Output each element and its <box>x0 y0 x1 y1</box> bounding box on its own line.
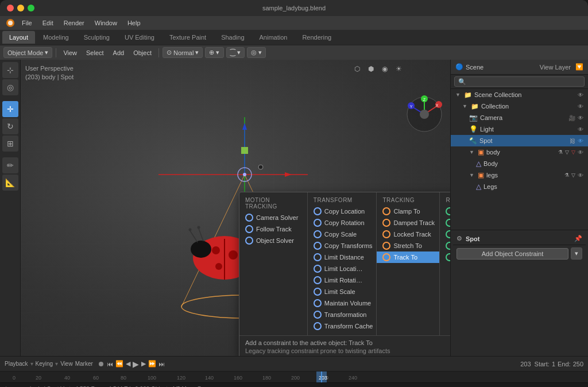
outliner-camera[interactable]: 📷 Camera 🎥 👁 <box>451 112 588 123</box>
outliner-spot[interactable]: 🔦 Spot ⛓ 👁 <box>451 135 588 146</box>
menu-item-object-solver[interactable]: Object Solver <box>239 235 307 246</box>
spot-eye-icon[interactable]: 👁 <box>578 138 583 144</box>
menu-item-copy-scale[interactable]: Copy Scale <box>308 229 377 240</box>
camera-render-icon[interactable]: 🎥 <box>568 115 575 121</box>
tab-uv-editing[interactable]: UV Editing <box>118 31 161 44</box>
measure-tool[interactable]: 📐 <box>2 175 18 191</box>
tab-animation[interactable]: Animation <box>253 31 295 44</box>
tab-texture-paint[interactable]: Texture Paint <box>163 31 213 44</box>
menu-item-follow-path[interactable]: Follow Path <box>440 251 450 263</box>
prev-frame-btn[interactable]: ⏪ <box>115 360 123 367</box>
viewport-shading-solid[interactable]: ⬢ <box>365 63 377 75</box>
start-value[interactable]: 1 <box>552 361 555 367</box>
menu-item-follow-track[interactable]: Follow Track <box>239 223 307 235</box>
scale-tool[interactable]: ⊞ <box>2 136 18 152</box>
rotate-tool[interactable]: ↻ <box>2 118 18 134</box>
menu-item-transformation[interactable]: Transformation <box>308 309 377 320</box>
light-eye[interactable]: 👁 <box>578 126 583 133</box>
transform-pivot[interactable]: ⊕ ▾ <box>205 47 223 58</box>
collection-eye[interactable]: 👁 <box>578 103 583 110</box>
frame-ruler[interactable]: 0 20 40 60 80 100 120 140 160 180 200 22… <box>0 371 588 382</box>
menu-item-copy-transforms[interactable]: Copy Transforms <box>308 240 377 251</box>
menu-item-locked-track[interactable]: Locked Track <box>377 229 439 240</box>
body-eye[interactable]: 👁 <box>578 149 583 156</box>
menu-item-child-of[interactable]: Child Of <box>440 229 450 240</box>
props-pin-icon[interactable]: 📌 <box>574 235 582 242</box>
select-tool[interactable]: ⊹ <box>2 62 18 78</box>
menu-item-action[interactable]: Action <box>440 206 450 217</box>
viewport-shading-wire[interactable]: ⬡ <box>351 63 363 75</box>
skip-end-btn[interactable]: ⏭ <box>158 361 165 367</box>
marker-dropdown[interactable]: Marker <box>75 361 93 367</box>
menu-file[interactable]: File <box>17 18 37 28</box>
close-button[interactable] <box>7 5 14 11</box>
outliner-legs-mesh[interactable]: △ Legs <box>451 181 588 192</box>
view-menu[interactable]: View <box>60 48 80 57</box>
viewport-shading-material[interactable]: ◉ <box>379 63 390 75</box>
menu-item-limit-distance[interactable]: Limit Distance <box>308 251 377 263</box>
filter-icon[interactable]: 🔽 <box>575 63 583 71</box>
outliner-scene-collection[interactable]: ▼ 📁 Scene Collection 👁 <box>451 89 588 100</box>
constraint-dropdown-btn[interactable]: ▾ <box>571 247 582 260</box>
add-menu[interactable]: Add <box>110 48 128 57</box>
outliner-light[interactable]: 💡 Light 👁 <box>451 123 588 135</box>
skip-start-btn[interactable]: ⏮ <box>107 361 113 367</box>
view-dropdown[interactable]: View <box>60 361 73 367</box>
menu-item-stretch-to[interactable]: Stretch To <box>377 240 439 251</box>
object-mode-dropdown[interactable]: Object Mode ▾ <box>3 47 52 58</box>
cursor-tool[interactable]: ◎ <box>2 79 18 95</box>
tab-modeling[interactable]: Modeling <box>36 31 76 44</box>
menu-item-limit-rotation[interactable]: Limit Rotati… <box>308 274 377 286</box>
viewport[interactable]: User Perspective (203) body | Spot ⬡ ⬢ ◉… <box>21 60 450 356</box>
status-edit-icon: ✏ <box>14 385 20 388</box>
playback-dropdown[interactable]: Playback <box>5 361 28 367</box>
minimize-button[interactable] <box>17 5 24 11</box>
outliner-collection[interactable]: ▼ 📁 Collection 👁 <box>451 100 588 112</box>
select-menu[interactable]: Select <box>83 48 107 57</box>
next-keyframe-btn[interactable]: ▶ <box>141 360 146 367</box>
viewport-shading-render[interactable]: ☀ <box>393 63 404 75</box>
menu-item-armature[interactable]: Armature <box>440 217 450 229</box>
prev-keyframe-btn[interactable]: ◀ <box>126 360 130 367</box>
menu-help[interactable]: Help <box>123 18 145 28</box>
menu-col-motion-tracking: Motion Tracking Camera Solver Follow Tra… <box>239 192 308 335</box>
outliner-body-mesh[interactable]: △ Body <box>451 158 588 169</box>
menu-item-copy-location[interactable]: Copy Location <box>308 206 377 217</box>
menu-item-clamp-to[interactable]: Clamp To <box>377 206 439 217</box>
menu-item-copy-rotation[interactable]: Copy Rotation <box>308 217 377 229</box>
menu-render[interactable]: Render <box>59 18 89 28</box>
menu-item-track-to[interactable]: Track To <box>377 251 439 263</box>
menu-item-limit-location[interactable]: Limit Locati… <box>308 263 377 274</box>
menu-window[interactable]: Window <box>90 18 122 28</box>
menu-item-limit-scale[interactable]: Limit Scale <box>308 286 377 297</box>
menu-item-floor[interactable]: Floor <box>440 240 450 251</box>
outliner-legs[interactable]: ▼ ▣ legs ⚗ ▽ 👁 <box>451 169 588 181</box>
menu-item-maintain-volume[interactable]: Maintain Volume <box>308 297 377 309</box>
menu-item-camera-solver[interactable]: Camera Solver <box>239 212 307 223</box>
tab-sculpting[interactable]: Sculpting <box>77 31 117 44</box>
object-menu[interactable]: Object <box>130 48 155 57</box>
tab-layout[interactable]: Layout <box>2 31 35 44</box>
scene-collection-eye[interactable]: 👁 <box>578 92 583 98</box>
tab-rendering[interactable]: Rendering <box>295 31 338 44</box>
menu-item-transform-cache[interactable]: Transform Cache <box>308 320 377 332</box>
search-input[interactable] <box>454 76 585 87</box>
next-frame-btn[interactable]: ⏩ <box>148 360 156 367</box>
maximize-button[interactable] <box>28 5 34 11</box>
legs-eye[interactable]: 👁 <box>578 172 583 179</box>
tab-shading[interactable]: Shading <box>214 31 251 44</box>
move-tool[interactable]: ✛ <box>2 101 18 117</box>
menu-item-damped-track[interactable]: Damped Track <box>377 217 439 229</box>
play-btn[interactable]: ▶ <box>133 359 139 369</box>
proportional-edit[interactable]: ◎ ▾ <box>247 47 266 58</box>
camera-eye-icon[interactable]: 👁 <box>578 115 583 121</box>
annotate-tool[interactable]: ✏ <box>2 157 18 173</box>
add-constraint-button[interactable]: Add Object Constraint <box>457 248 568 260</box>
outliner-body[interactable]: ▼ ▣ body ⚗ ▽ ▽ 👁 <box>451 146 588 158</box>
normal-dropdown[interactable]: ⊙ Normal ▾ <box>163 47 203 58</box>
keying-dropdown[interactable]: Keying <box>36 361 53 367</box>
snap-btn[interactable]: ⁐ ▾ <box>226 47 245 58</box>
menu-edit[interactable]: Edit <box>38 18 58 28</box>
end-value[interactable]: 250 <box>573 361 583 367</box>
navigation-gizmo[interactable]: X Y Z <box>404 94 444 134</box>
